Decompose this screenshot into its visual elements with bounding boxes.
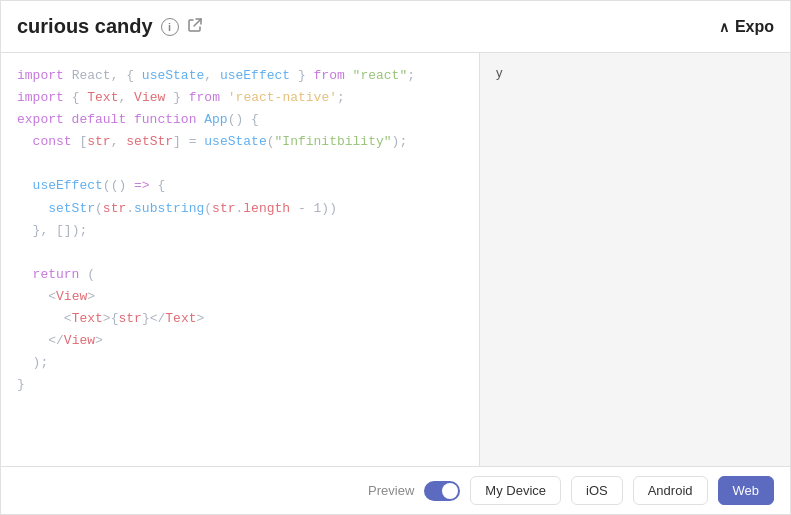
code-line: import { Text, View } from 'react-native…: [17, 87, 463, 109]
header-left: curious candy i: [17, 15, 203, 38]
code-line: setStr(str.substring(str.length - 1)): [17, 198, 463, 220]
app-container: curious candy i ∧ Expo import React, { u…: [0, 0, 791, 515]
code-line: </View>: [17, 330, 463, 352]
preview-label: Preview: [368, 483, 414, 498]
footer-bar: Preview My Device iOS Android Web: [1, 466, 790, 514]
expo-label: Expo: [735, 18, 774, 36]
code-line: const [str, setStr] = useState("Infinitb…: [17, 131, 463, 153]
code-line: <Text>{str}</Text>: [17, 308, 463, 330]
code-line: }: [17, 374, 463, 396]
external-link-icon[interactable]: [187, 17, 203, 36]
code-line: [17, 242, 463, 264]
code-editor[interactable]: import React, { useState, useEffect } fr…: [1, 53, 480, 466]
preview-toggle[interactable]: [424, 481, 460, 501]
svg-line-0: [194, 19, 201, 26]
info-icon[interactable]: i: [161, 18, 179, 36]
code-line: <View>: [17, 286, 463, 308]
expo-logo: ∧ Expo: [719, 18, 774, 36]
code-line: [17, 153, 463, 175]
expo-chevron-icon: ∧: [719, 19, 729, 35]
main-content: import React, { useState, useEffect } fr…: [1, 53, 790, 466]
panel-text: y: [496, 65, 503, 80]
code-line: return (: [17, 264, 463, 286]
toggle-knob: [442, 483, 458, 499]
web-button[interactable]: Web: [718, 476, 775, 505]
right-panel: y: [480, 53, 790, 466]
ios-button[interactable]: iOS: [571, 476, 623, 505]
code-line: import React, { useState, useEffect } fr…: [17, 65, 463, 87]
android-button[interactable]: Android: [633, 476, 708, 505]
code-line: export default function App() {: [17, 109, 463, 131]
code-line: useEffect(() => {: [17, 175, 463, 197]
code-line: );: [17, 352, 463, 374]
app-title: curious candy: [17, 15, 153, 38]
code-line: }, []);: [17, 220, 463, 242]
my-device-button[interactable]: My Device: [470, 476, 561, 505]
header: curious candy i ∧ Expo: [1, 1, 790, 53]
